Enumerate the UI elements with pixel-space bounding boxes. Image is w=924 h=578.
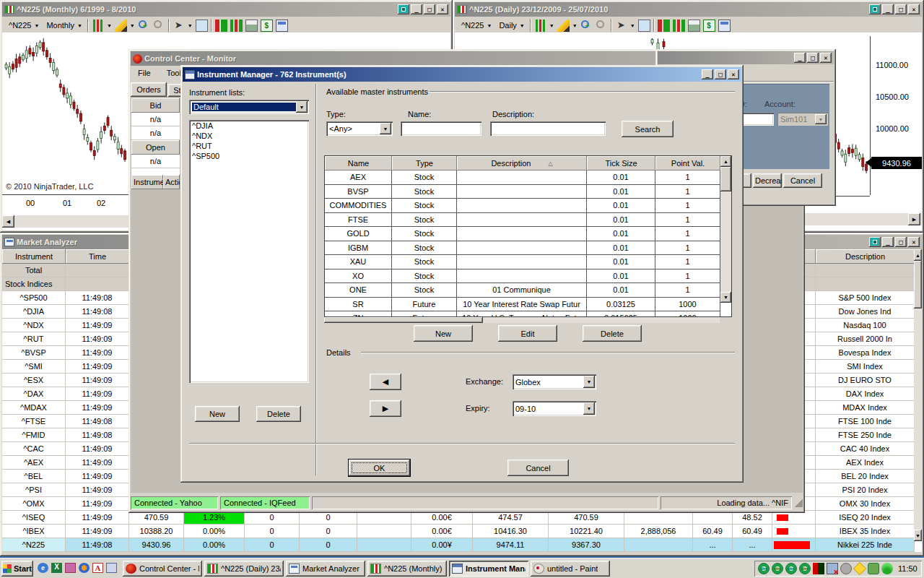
table-cell[interactable]: 0.01	[587, 227, 655, 241]
analyzer-cell[interactable]: ^SMI	[2, 360, 66, 374]
analyzer-cell[interactable]: ^FTSE	[2, 415, 66, 428]
analyzer-cell[interactable]: 11:49:09	[66, 442, 129, 456]
analyzer-cell[interactable]: 60.49	[733, 525, 772, 538]
table-cell[interactable]: 1	[655, 269, 720, 284]
table-cell[interactable]: SR	[325, 298, 392, 312]
snapshot-icon[interactable]	[196, 20, 208, 32]
close-button[interactable]: ✕	[908, 237, 920, 247]
analyzer-cell[interactable]: 0.00%	[184, 538, 245, 552]
table-cell[interactable]: 1000	[655, 311, 720, 317]
table-cell[interactable]: Future	[392, 311, 457, 317]
scrollbar-thumb[interactable]	[914, 261, 922, 309]
table-cell[interactable]: XAU	[325, 255, 392, 269]
analyzer-cell[interactable]: 11:49:08	[66, 291, 129, 305]
messenger-icon[interactable]	[106, 563, 117, 573]
minimize-button[interactable]: _	[794, 53, 806, 63]
analyzer-cell[interactable]: ^ESX	[2, 374, 66, 387]
analyzer-cell[interactable]: DJ EURO STO	[816, 374, 915, 387]
data-grid-icon[interactable]	[276, 20, 288, 32]
scroll-right-arrow[interactable]: ▶	[908, 213, 920, 225]
taskbar-task-chart[interactable]: ^N225 (Daily) 23/1...	[204, 561, 284, 577]
table-cell[interactable]	[457, 213, 587, 228]
minimize-button[interactable]: _	[702, 69, 713, 79]
action-column-header[interactable]: Action	[163, 175, 180, 189]
close-button[interactable]: ✕	[437, 4, 448, 14]
analyzer-cell[interactable]: ^CAC	[2, 442, 66, 456]
analyzer-cell[interactable]: 11:49:09	[66, 360, 129, 374]
table-cell[interactable]	[457, 199, 587, 213]
table-cell[interactable]: Stock	[392, 283, 457, 298]
list-new-button[interactable]: New	[195, 406, 240, 422]
cancel-button[interactable]: Cancel	[507, 460, 569, 476]
table-cell[interactable]: 1	[655, 255, 720, 269]
analyzer-cell[interactable]: 0	[245, 525, 300, 538]
chart-monthly-titlebar[interactable]: ^N225 (Monthly) 6/1999 - 8/2010 _ □ ✕	[2, 2, 450, 17]
dtn-feed-icon[interactable]: dtn	[772, 563, 783, 574]
scrollbar-thumb[interactable]	[324, 317, 483, 323]
table-cell[interactable]	[457, 255, 587, 269]
table-cell[interactable]: 1	[655, 213, 720, 228]
analyzer-cell[interactable]: Total	[2, 264, 66, 277]
table-cell[interactable]: 0.015625	[587, 311, 655, 317]
interval-selector[interactable]: Daily▼	[497, 19, 526, 32]
tab-orders[interactable]: Orders	[131, 82, 167, 97]
grid-cell[interactable]: n/a	[131, 113, 180, 126]
start-button[interactable]: Start	[1, 561, 33, 577]
taskbar-task-chart[interactable]: ^N225 (Monthly) 6...	[367, 561, 447, 577]
type-select[interactable]: <Any> ▼	[326, 121, 393, 136]
analyzer-cell[interactable]: ^BEL	[2, 470, 66, 483]
order-window-titlebar[interactable]: _ □ ✕	[658, 51, 834, 64]
analyzer-cell[interactable]: 11:49:08	[66, 415, 129, 428]
taskbar-task-ninja[interactable]: Control Center - Mo...	[123, 561, 202, 577]
scroll-up-arrow[interactable]: ▲	[720, 156, 731, 167]
analyzer-instrument-row[interactable]: ^N22511:49:089430.960.00%000.00¥9474.119…	[2, 538, 922, 552]
analyzer-cell[interactable]: SMI Index	[816, 360, 915, 374]
analyzer-cell[interactable]: ...	[693, 538, 733, 552]
dtn-feed-icon[interactable]: dtn	[799, 563, 811, 574]
dtn-feed-icon[interactable]: dtn	[785, 563, 797, 574]
analyzer-cell[interactable]: BEL 20 Index	[816, 470, 915, 483]
chart-style-icon[interactable]	[534, 20, 546, 32]
analyzer-cell[interactable]: 0.00%	[184, 525, 245, 538]
chart-style-icon[interactable]	[92, 20, 104, 32]
table-cell[interactable]: 0.01	[587, 255, 655, 269]
maximize-button[interactable]: □	[895, 4, 907, 14]
analyzer-cell[interactable]: FTSE 250 Inde	[816, 428, 915, 442]
indicator-icon[interactable]	[688, 20, 700, 32]
column-header[interactable]: Tick Size	[587, 156, 655, 171]
table-row[interactable]: COMMODITIESStock0.011	[325, 199, 731, 213]
analyzer-cell[interactable]: MDAX Index	[816, 401, 915, 415]
table-cell[interactable]: 1	[655, 185, 720, 199]
close-button[interactable]: ✕	[728, 69, 739, 79]
instrument-list-select[interactable]: Default ▼	[189, 100, 309, 114]
table-cell[interactable]: 0.01	[587, 213, 655, 228]
analyzer-cell[interactable]: 11:49:09	[66, 319, 129, 332]
table-cell[interactable]: 0.03125	[587, 298, 655, 312]
decrease-button[interactable]: Decrease	[753, 173, 782, 188]
table-cell[interactable]: COMMODITIES	[325, 199, 392, 213]
analyzer-cell[interactable]: ^PSI	[2, 483, 66, 497]
account-select[interactable]: Sim101 ▼	[777, 113, 828, 126]
analyzer-cell[interactable]: 10221.40	[549, 525, 624, 538]
scrollbar-thumb[interactable]	[720, 167, 731, 191]
taskbar-task-manager[interactable]: Instrument Mana...	[449, 561, 528, 577]
analyzer-cell[interactable]: 9474.11	[473, 538, 549, 552]
table-row[interactable]: IGBMStock0.011	[325, 241, 731, 256]
analyzer-cell[interactable]	[357, 525, 411, 538]
instrument-link-button[interactable]	[869, 4, 881, 14]
table-cell[interactable]: ZN	[325, 311, 392, 317]
table-cell[interactable]: 0.01	[587, 269, 655, 284]
analyzer-cell[interactable]: 11:49:08	[66, 428, 129, 442]
table-cell[interactable]: Stock	[392, 199, 457, 213]
analyzer-cell[interactable]	[624, 538, 693, 552]
table-cell[interactable]: 1000	[655, 298, 720, 312]
scroll-left-arrow[interactable]: ◀	[2, 215, 14, 228]
maximize-button[interactable]: □	[715, 69, 726, 79]
next-contract-button[interactable]: ▶	[370, 400, 401, 417]
name-input[interactable]	[401, 121, 481, 136]
analyzer-cell[interactable]	[772, 525, 816, 538]
analyzer-cell[interactable]	[357, 538, 411, 552]
instrument-listbox[interactable]: ^DJIA^NDX^RUT^SP500	[189, 120, 309, 383]
zoom-in-icon[interactable]	[581, 20, 589, 28]
ok-button[interactable]: OK	[349, 460, 410, 476]
